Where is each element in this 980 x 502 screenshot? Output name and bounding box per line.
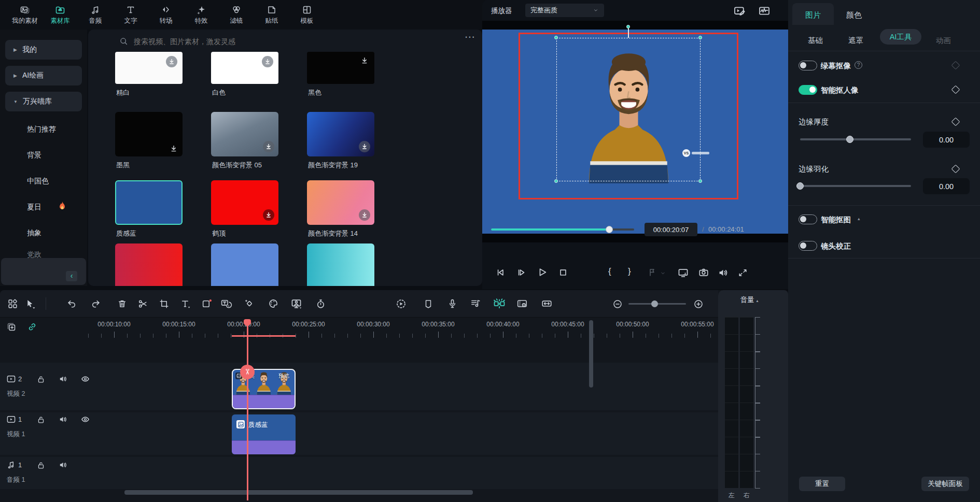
tile-partial[interactable] <box>307 243 374 286</box>
slider-handle[interactable] <box>796 182 804 190</box>
track-lane-video2[interactable] <box>0 363 718 410</box>
track-lane-video1[interactable] <box>0 412 718 455</box>
subtab-ai-tools[interactable]: AI工具 <box>880 29 921 45</box>
mark-out-button[interactable]: } <box>628 266 631 277</box>
previous-frame-button[interactable] <box>495 267 506 278</box>
collapse-arrow-icon[interactable]: ▴ <box>858 216 860 221</box>
help-icon[interactable]: ? <box>855 61 862 69</box>
more-menu-button[interactable]: ⋯ <box>465 31 475 43</box>
tab-audio[interactable]: 音频 <box>78 2 113 28</box>
record-voiceover-mic-icon[interactable] <box>447 298 458 309</box>
selection-corner-handle[interactable] <box>698 179 702 183</box>
mute-speaker-icon[interactable] <box>58 414 68 424</box>
slider-handle[interactable] <box>846 136 853 143</box>
tile[interactable] <box>211 52 278 84</box>
sidebar-collapse-button[interactable]: ‹ <box>66 271 77 281</box>
sidebar-group-ai-painting[interactable]: ▶ AI绘画 <box>5 66 82 85</box>
tab-templates[interactable]: 模板 <box>289 2 325 28</box>
subtab-mask[interactable]: 遮罩 <box>848 36 863 46</box>
snapshot-camera-button[interactable] <box>698 267 709 278</box>
keyframe-diamond-icon[interactable] <box>951 85 960 94</box>
download-icon[interactable] <box>263 141 274 152</box>
tab-effects[interactable]: 特效 <box>184 2 219 28</box>
tile-partial[interactable] <box>115 243 183 286</box>
smart-portrait-toggle[interactable] <box>799 85 817 95</box>
stop-button[interactable] <box>557 267 569 278</box>
speech-to-text-icon[interactable] <box>220 298 232 309</box>
element-blocks-icon[interactable] <box>7 298 18 309</box>
next-frame-button[interactable] <box>515 267 527 278</box>
tab-stickers[interactable]: 贴纸 <box>254 2 289 28</box>
download-icon[interactable] <box>359 141 370 152</box>
split-clip-icon[interactable] <box>493 297 506 310</box>
edge-thickness-value[interactable]: 0.00 <box>923 132 970 148</box>
display-device-button[interactable] <box>677 267 689 279</box>
sidebar-item-hot[interactable]: 热门推荐 <box>27 125 56 134</box>
delete-trash-icon[interactable] <box>117 298 128 309</box>
lock-icon[interactable] <box>36 415 46 424</box>
stopwatch-icon[interactable] <box>315 298 326 309</box>
selection-corner-handle[interactable] <box>554 36 558 39</box>
selection-corner-handle[interactable] <box>554 179 558 183</box>
zoom-in-icon[interactable] <box>693 299 704 309</box>
undo-icon[interactable] <box>66 298 77 309</box>
preview-viewport[interactable]: VS <box>482 21 788 242</box>
eye-visibility-icon[interactable] <box>80 414 90 424</box>
tab-my-media[interactable]: 我的素材 <box>7 2 43 28</box>
tab-transitions[interactable]: 转场 <box>148 2 184 28</box>
subtab-animation[interactable]: 动画 <box>936 36 951 46</box>
eye-visibility-icon[interactable] <box>80 374 90 384</box>
lock-icon[interactable] <box>36 375 46 384</box>
zoom-out-icon[interactable] <box>612 299 623 309</box>
mask-tool-icon[interactable] <box>201 298 212 309</box>
tab-filters[interactable]: 滤镜 <box>219 2 254 28</box>
tile[interactable] <box>211 180 278 225</box>
sidebar-item-abstract[interactable]: 抽象 <box>27 228 41 238</box>
keyframe-panel-button[interactable]: 关键帧面板 <box>921 477 969 491</box>
sidebar-item-background[interactable]: 背景 <box>27 151 41 160</box>
render-preview-icon[interactable] <box>395 298 407 310</box>
edge-feather-value[interactable]: 0.00 <box>923 178 970 194</box>
mute-speaker-icon[interactable] <box>58 374 68 384</box>
play-button[interactable] <box>536 266 548 278</box>
tile[interactable] <box>211 112 278 156</box>
sidebar-item-summer[interactable]: 夏日 <box>27 203 41 212</box>
redo-icon[interactable] <box>90 298 101 309</box>
keyframe-diamond-icon[interactable] <box>951 165 960 174</box>
marker-flag-icon[interactable] <box>647 267 657 278</box>
video-edit-icon[interactable] <box>733 5 746 17</box>
timeline-ruler[interactable]: 00:00:10:00 00:00:15:00 00:00:20:00 00:0… <box>0 318 718 341</box>
tile[interactable] <box>307 112 374 156</box>
preview-quality-icon[interactable] <box>516 298 529 309</box>
tab-image[interactable]: 图片 <box>792 3 834 25</box>
playhead-line[interactable] <box>247 319 248 500</box>
edge-feather-slider[interactable] <box>800 185 911 187</box>
selection-bounding-box[interactable] <box>556 38 701 181</box>
subtab-basic[interactable]: 基础 <box>808 36 823 46</box>
sidebar-group-mine[interactable]: ▶ 我的 <box>5 40 82 60</box>
sidebar-group-wondershare-lib[interactable]: ▼ 万兴喵库 <box>5 92 82 111</box>
keyframe-diamond-icon[interactable] <box>951 61 960 70</box>
lens-correction-toggle[interactable] <box>799 241 817 251</box>
mute-speaker-icon[interactable] <box>58 460 68 470</box>
seek-handle[interactable] <box>606 226 613 233</box>
tab-color[interactable]: 颜色 <box>846 10 862 20</box>
download-icon[interactable] <box>361 57 368 64</box>
color-palette-icon[interactable] <box>268 298 279 309</box>
edge-thickness-slider[interactable] <box>800 138 911 140</box>
speaker-button[interactable] <box>717 267 729 279</box>
tile[interactable] <box>307 52 374 84</box>
zoom-slider-handle[interactable] <box>651 300 658 307</box>
crop-icon[interactable] <box>159 298 170 309</box>
audio-mixer-icon[interactable] <box>470 298 481 309</box>
tab-text[interactable]: 文字 <box>113 2 148 28</box>
tile[interactable] <box>307 180 374 225</box>
quality-dropdown[interactable]: 完整画质 <box>525 4 604 17</box>
download-icon[interactable] <box>262 56 273 67</box>
download-icon[interactable] <box>170 145 177 152</box>
track-lane-audio1[interactable] <box>0 457 718 489</box>
portrait-screen-icon[interactable] <box>290 298 302 310</box>
text-tool-icon[interactable] <box>180 298 191 309</box>
download-icon[interactable] <box>263 209 274 221</box>
timeline-vertical-scrollbar[interactable] <box>589 320 593 388</box>
